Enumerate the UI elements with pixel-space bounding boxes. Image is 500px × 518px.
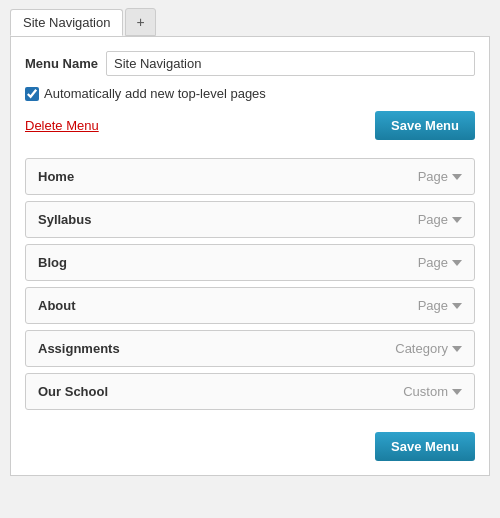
menu-item-label: Our School <box>38 384 108 399</box>
menu-item-label: About <box>38 298 76 313</box>
menu-item-type-area: Custom <box>403 384 462 399</box>
menu-item-type: Page <box>418 255 448 270</box>
menu-item-assignments[interactable]: Assignments Category <box>25 330 475 367</box>
menu-name-input[interactable] <box>106 51 475 76</box>
auto-add-checkbox-row: Automatically add new top-level pages <box>25 86 475 101</box>
tab-label: Site Navigation <box>23 15 110 30</box>
menu-item-type: Custom <box>403 384 448 399</box>
menu-item-type: Page <box>418 298 448 313</box>
menu-item-type: Category <box>395 341 448 356</box>
tab-bar: Site Navigation + <box>0 0 500 36</box>
save-menu-button-top[interactable]: Save Menu <box>375 111 475 140</box>
menu-item-type-area: Page <box>418 169 462 184</box>
page-wrapper: Site Navigation + Menu Name Automaticall… <box>0 0 500 518</box>
chevron-down-icon <box>452 389 462 395</box>
bottom-save-row: Save Menu <box>25 428 475 461</box>
menu-item-type-area: Category <box>395 341 462 356</box>
chevron-down-icon <box>452 303 462 309</box>
menu-item-home[interactable]: Home Page <box>25 158 475 195</box>
menu-item-type-area: Page <box>418 212 462 227</box>
chevron-down-icon <box>452 346 462 352</box>
menu-item-label: Blog <box>38 255 67 270</box>
main-panel: Menu Name Automatically add new top-leve… <box>10 36 490 476</box>
delete-menu-button[interactable]: Delete Menu <box>25 118 99 133</box>
menu-item-type: Page <box>418 169 448 184</box>
actions-row: Delete Menu Save Menu <box>25 111 475 140</box>
chevron-down-icon <box>452 217 462 223</box>
menu-items-list: Home Page Syllabus Page Blog Page <box>25 158 475 410</box>
menu-item-label: Home <box>38 169 74 184</box>
menu-name-row: Menu Name <box>25 51 475 76</box>
save-menu-button-bottom[interactable]: Save Menu <box>375 432 475 461</box>
chevron-down-icon <box>452 260 462 266</box>
tab-site-navigation[interactable]: Site Navigation <box>10 9 123 36</box>
menu-item-label: Assignments <box>38 341 120 356</box>
checkbox-label: Automatically add new top-level pages <box>44 86 266 101</box>
menu-item-label: Syllabus <box>38 212 91 227</box>
chevron-down-icon <box>452 174 462 180</box>
menu-item-type-area: Page <box>418 255 462 270</box>
auto-add-checkbox[interactable] <box>25 87 39 101</box>
menu-item-blog[interactable]: Blog Page <box>25 244 475 281</box>
menu-item-type-area: Page <box>418 298 462 313</box>
menu-name-label: Menu Name <box>25 56 98 71</box>
tab-add-icon: + <box>136 14 144 30</box>
menu-item-about[interactable]: About Page <box>25 287 475 324</box>
menu-item-our-school[interactable]: Our School Custom <box>25 373 475 410</box>
menu-item-syllabus[interactable]: Syllabus Page <box>25 201 475 238</box>
tab-add-new[interactable]: + <box>125 8 155 36</box>
menu-item-type: Page <box>418 212 448 227</box>
